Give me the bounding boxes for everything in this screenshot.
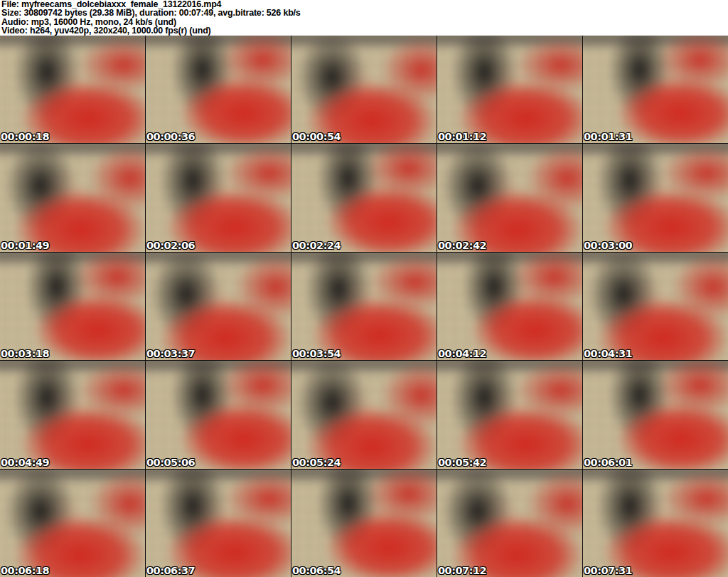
thumbnail-timestamp: 00:06:01 — [584, 457, 632, 468]
video-thumbnail[interactable]: 00:01:12 — [437, 36, 582, 143]
video-thumbnail[interactable]: 00:06:37 — [146, 470, 291, 577]
contact-sheet: File: myfreecams_dolcebiaxxx_female_1312… — [0, 0, 728, 577]
thumbnail-timestamp: 00:03:00 — [584, 240, 632, 251]
video-thumbnail[interactable]: 00:02:24 — [291, 144, 437, 251]
thumbnail-timestamp: 00:04:12 — [438, 348, 486, 359]
thumbnail-timestamp: 00:07:12 — [438, 565, 486, 576]
thumbnail-placeholder-image — [291, 144, 437, 251]
thumbnail-placeholder-image — [583, 36, 728, 143]
thumbnail-placeholder-image — [146, 144, 291, 251]
video-thumbnail[interactable]: 00:05:42 — [437, 361, 582, 468]
video-thumbnail[interactable]: 00:02:06 — [146, 144, 291, 251]
video-thumbnail[interactable]: 00:00:18 — [0, 36, 145, 143]
thumbnail-timestamp: 00:01:49 — [1, 240, 49, 251]
thumbnail-placeholder-image — [437, 144, 582, 251]
thumbnail-placeholder-image — [0, 253, 145, 360]
thumbnail-timestamp: 00:04:31 — [584, 348, 632, 359]
thumbnail-timestamp: 00:01:31 — [584, 131, 632, 142]
thumbnail-timestamp: 00:03:18 — [1, 348, 49, 359]
thumbnail-placeholder-image — [0, 361, 145, 468]
thumbnail-placeholder-image — [0, 36, 145, 143]
thumbnail-timestamp: 00:07:31 — [584, 565, 632, 576]
thumbnail-timestamp: 00:00:36 — [146, 131, 195, 142]
thumbnail-timestamp: 00:06:18 — [1, 565, 49, 576]
video-thumbnail[interactable]: 00:03:54 — [291, 253, 437, 360]
thumbnail-placeholder-image — [437, 253, 582, 360]
thumbnail-placeholder-image — [0, 470, 145, 577]
video-thumbnail[interactable]: 00:07:12 — [437, 470, 582, 577]
thumbnail-timestamp: 00:06:37 — [146, 565, 195, 576]
thumbnail-placeholder-image — [437, 361, 582, 468]
thumbnail-placeholder-image — [583, 144, 728, 251]
video-thumbnail[interactable]: 00:02:42 — [437, 144, 582, 251]
thumbnail-timestamp: 00:03:37 — [146, 348, 195, 359]
file-info-header: File: myfreecams_dolcebiaxxx_female_1312… — [0, 0, 728, 36]
thumbnail-placeholder-image — [437, 470, 582, 577]
video-thumbnail[interactable]: 00:05:06 — [146, 361, 291, 468]
video-thumbnail[interactable]: 00:05:24 — [291, 361, 437, 468]
thumbnail-timestamp: 00:02:24 — [292, 240, 341, 251]
thumbnail-placeholder-image — [146, 361, 291, 468]
thumbnail-placeholder-image — [291, 253, 437, 360]
thumbnail-timestamp: 00:03:54 — [292, 348, 341, 359]
thumbnail-timestamp: 00:06:54 — [292, 565, 341, 576]
thumbnail-timestamp: 00:02:42 — [438, 240, 486, 251]
thumbnail-timestamp: 00:01:12 — [438, 131, 486, 142]
video-thumbnail[interactable]: 00:03:18 — [0, 253, 145, 360]
file-size-line: Size: 30809742 bytes (29.38 MiB), durati… — [1, 9, 728, 17]
video-thumbnail[interactable]: 00:00:54 — [291, 36, 437, 143]
thumbnail-placeholder-image — [583, 470, 728, 577]
video-thumbnail[interactable]: 00:00:36 — [146, 36, 291, 143]
video-thumbnail[interactable]: 00:01:49 — [0, 144, 145, 251]
thumbnail-placeholder-image — [146, 253, 291, 360]
thumbnail-placeholder-image — [437, 36, 582, 143]
thumbnail-placeholder-image — [146, 470, 291, 577]
thumbnail-placeholder-image — [291, 361, 437, 468]
thumbnail-placeholder-image — [583, 361, 728, 468]
thumbnail-placeholder-image — [291, 36, 437, 143]
thumbnail-timestamp: 00:04:49 — [1, 457, 49, 468]
thumbnail-placeholder-image — [291, 470, 437, 577]
thumbnail-timestamp: 00:00:54 — [292, 131, 341, 142]
video-thumbnail[interactable]: 00:06:18 — [0, 470, 145, 577]
thumbnail-timestamp: 00:05:42 — [438, 457, 486, 468]
video-thumbnail[interactable]: 00:03:37 — [146, 253, 291, 360]
video-thumbnail[interactable]: 00:01:31 — [583, 36, 728, 143]
thumbnail-timestamp: 00:00:18 — [1, 131, 49, 142]
video-thumbnail[interactable]: 00:07:31 — [583, 470, 728, 577]
video-thumbnail[interactable]: 00:04:31 — [583, 253, 728, 360]
thumbnail-grid: 00:00:18 00:00:36 00:00:54 00:01:12 00:0… — [0, 36, 728, 577]
thumbnail-placeholder-image — [583, 253, 728, 360]
video-thumbnail[interactable]: 00:06:01 — [583, 361, 728, 468]
thumbnail-timestamp: 00:05:24 — [292, 457, 341, 468]
thumbnail-placeholder-image — [0, 144, 145, 251]
video-thumbnail[interactable]: 00:04:49 — [0, 361, 145, 468]
thumbnail-timestamp: 00:05:06 — [146, 457, 195, 468]
video-thumbnail[interactable]: 00:03:00 — [583, 144, 728, 251]
thumbnail-timestamp: 00:02:06 — [146, 240, 195, 251]
thumbnail-placeholder-image — [146, 36, 291, 143]
video-thumbnail[interactable]: 00:06:54 — [291, 470, 437, 577]
video-thumbnail[interactable]: 00:04:12 — [437, 253, 582, 360]
video-info-line: Video: h264, yuv420p, 320x240, 1000.00 f… — [1, 26, 728, 35]
